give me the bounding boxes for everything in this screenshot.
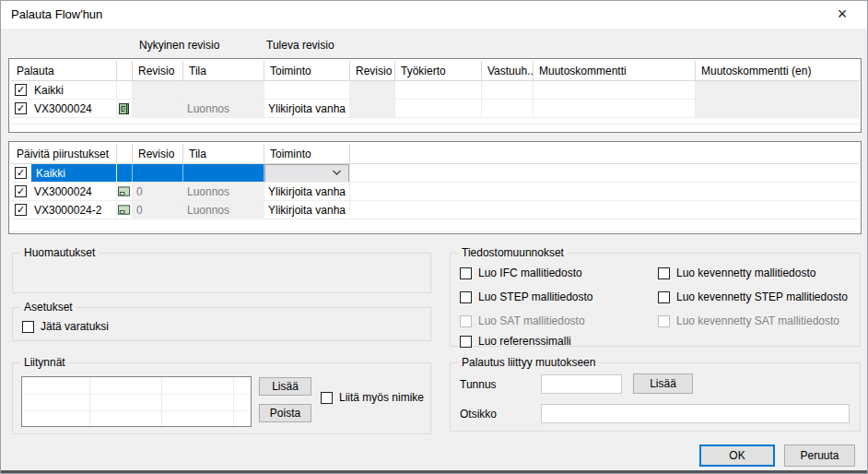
- revisio-cell: [133, 164, 183, 182]
- column-header-tyokierto[interactable]: Työkierto: [395, 61, 482, 80]
- row-label: Kaikki: [34, 84, 64, 97]
- table-row[interactable]: ✓ VX3000024-2 0 Luonnos Ylikirjoita vanh…: [11, 201, 859, 219]
- reference-model-option[interactable]: Luo referenssimalli: [460, 335, 571, 348]
- light-model-checkbox[interactable]: [658, 267, 670, 279]
- toiminto-cell: [264, 164, 350, 182]
- notes-group: Huomautukset: [12, 253, 431, 293]
- connections-group-label: Liitynnät: [20, 356, 69, 369]
- file-conversions-group: Tiedostomuunnokset Luo IFC mallitiedosto…: [450, 253, 861, 347]
- table-row[interactable]: ✓ VX3000024 0 Luonnos Ylikirjoita vanha: [11, 183, 859, 201]
- column-header-revisio-2[interactable]: Revisio: [350, 61, 395, 80]
- light-step-model-option[interactable]: Luo kevennetty STEP mallitiedosto: [658, 290, 848, 303]
- muutoskommentti-cell: [534, 81, 696, 99]
- toiminto-cell: Ylikirjoita vanha: [264, 201, 350, 219]
- column-header-tila[interactable]: Tila: [183, 144, 264, 163]
- button-label: Lisää: [650, 377, 676, 390]
- chevron-down-icon: [332, 170, 342, 176]
- table-row[interactable]: ✓ VX3000024 Luonnos Ylikirjoita vanha: [11, 100, 859, 118]
- tila-cell: [183, 164, 264, 182]
- checkbox-label: Luo STEP mallitiedosto: [478, 290, 593, 303]
- toiminto-combobox[interactable]: [264, 164, 349, 182]
- column-header-vastuuhenkilo[interactable]: Vastuuh...: [482, 61, 534, 80]
- keep-reserved-checkbox[interactable]: [22, 321, 34, 333]
- name-cell: ✓ Kaikki: [11, 81, 117, 99]
- row-checkbox[interactable]: ✓: [15, 185, 27, 197]
- grid-line: [161, 377, 162, 426]
- column-header-paivita[interactable]: Päivitä piirustukset: [11, 144, 117, 163]
- connections-add-button[interactable]: Lisää: [259, 377, 311, 396]
- column-header-muutoskommentti[interactable]: Muutoskommentti: [534, 61, 696, 80]
- column-header-icon[interactable]: [117, 144, 133, 163]
- name-cell: ✓ Kaikki: [11, 164, 117, 182]
- row-checkbox[interactable]: ✓: [15, 84, 27, 96]
- tyokierto-cell: [395, 81, 482, 99]
- revisio2-cell: [350, 100, 395, 117]
- ifc-model-option[interactable]: Luo IFC mallitiedosto: [460, 267, 582, 279]
- sat-model-option: Luo SAT mallitiedosto: [460, 314, 585, 327]
- column-header-palauta[interactable]: Palauta: [11, 61, 117, 80]
- dialog-title: Palauta Flow'hun: [11, 7, 102, 21]
- update-drawings-table: Päivitä piirustukset Revisio Tila Toimin…: [8, 141, 862, 234]
- vastuuhenkilo-cell: [482, 100, 534, 117]
- grid-line: [89, 377, 90, 426]
- check-icon: ✓: [17, 205, 25, 215]
- connections-list[interactable]: [21, 376, 252, 427]
- checkbox-label: Luo SAT mallitiedosto: [478, 314, 585, 327]
- change-add-button[interactable]: Lisää: [633, 373, 693, 394]
- checkbox-label: Luo kevennetty STEP mallitiedosto: [676, 290, 848, 303]
- tila-cell: [183, 81, 264, 99]
- column-header-revisio[interactable]: Revisio: [133, 144, 183, 163]
- cancel-button[interactable]: Peruuta: [784, 444, 855, 467]
- check-icon: ✓: [17, 186, 25, 196]
- light-step-model-checkbox[interactable]: [658, 291, 670, 303]
- attach-item-checkbox[interactable]: [321, 392, 333, 404]
- column-header-icon[interactable]: [117, 61, 133, 80]
- icon-cell: [117, 81, 133, 99]
- step-model-option[interactable]: Luo STEP mallitiedosto: [460, 290, 593, 303]
- light-sat-model-option: Luo kevennetty SAT mallitiedosto: [658, 314, 839, 327]
- step-model-checkbox[interactable]: [460, 291, 472, 303]
- muutoskommentti-en-cell: [696, 81, 859, 99]
- check-icon: ✓: [17, 85, 25, 95]
- drawing-sheet-icon: [118, 186, 131, 197]
- toiminto-cell: Ylikirjoita vanha: [264, 183, 350, 200]
- reference-model-checkbox[interactable]: [460, 336, 472, 348]
- tyokierto-cell: [395, 100, 482, 117]
- table-row-selected[interactable]: ✓ Kaikki: [11, 164, 859, 183]
- revisio-cell: [133, 81, 183, 99]
- column-header-revisio[interactable]: Revisio: [133, 61, 183, 80]
- ok-button[interactable]: OK: [699, 444, 775, 467]
- otsikko-input[interactable]: [541, 404, 850, 423]
- row-label: VX3000024: [34, 185, 92, 198]
- row-checkbox[interactable]: ✓: [15, 204, 27, 216]
- toiminto-cell: [264, 81, 350, 99]
- column-header-toiminto[interactable]: Toiminto: [264, 144, 350, 163]
- row-checkbox[interactable]: ✓: [15, 167, 27, 179]
- column-header-filler: [350, 144, 859, 163]
- keep-reserved-label: Jätä varatuksi: [41, 320, 109, 333]
- checkbox-label: Luo IFC mallitiedosto: [478, 267, 582, 279]
- icon-cell: [117, 183, 133, 200]
- column-header-toiminto[interactable]: Toiminto: [264, 61, 350, 80]
- row-checkbox[interactable]: ✓: [15, 102, 27, 114]
- current-revision-label: Nykyinen revisio: [139, 39, 219, 52]
- icon-cell: [117, 164, 133, 182]
- tila-cell: Luonnos: [183, 100, 264, 117]
- close-button[interactable]: ×: [822, 1, 862, 28]
- revisio-cell: 0: [133, 201, 183, 219]
- light-model-option[interactable]: Luo kevennetty mallitiedosto: [658, 267, 815, 279]
- keep-reserved-option[interactable]: Jätä varatuksi: [22, 320, 109, 333]
- close-icon: ×: [838, 5, 848, 24]
- model-3d-icon: [118, 102, 131, 115]
- attach-item-option[interactable]: Liitä myös nimike: [321, 391, 424, 404]
- column-header-muutoskommentti-en[interactable]: Muutoskommentti (en): [696, 61, 859, 80]
- filler-cell: [350, 164, 859, 182]
- connections-remove-button[interactable]: Poista: [259, 404, 311, 422]
- table-header-row: Palauta Revisio Tila Toiminto Revisio Ty…: [11, 61, 859, 81]
- column-header-tila[interactable]: Tila: [183, 61, 264, 80]
- name-cell: ✓ VX3000024: [11, 183, 117, 200]
- row-label: Kaikki: [31, 164, 116, 182]
- ifc-model-checkbox[interactable]: [460, 267, 472, 279]
- tunnus-input[interactable]: [541, 374, 622, 394]
- table-row[interactable]: ✓ Kaikki: [11, 81, 859, 100]
